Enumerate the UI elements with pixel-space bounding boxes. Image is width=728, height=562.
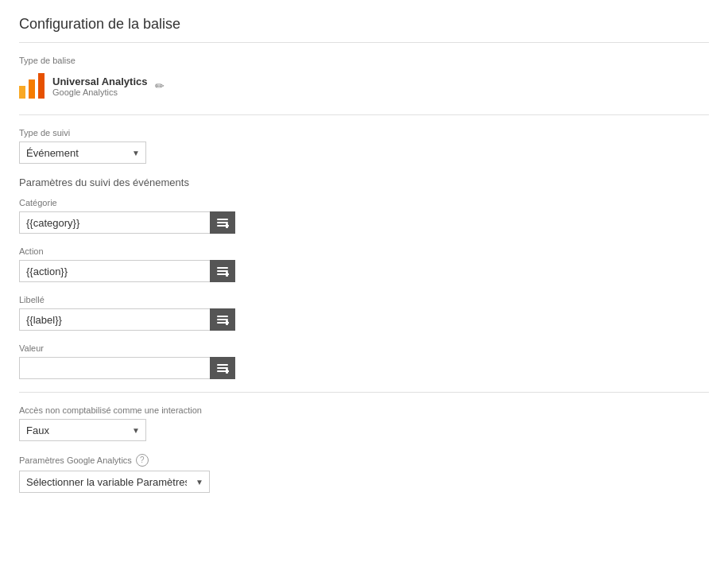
svg-rect-10	[217, 273, 225, 275]
analytics-icon	[19, 73, 45, 99]
page-title: Configuration de la balise	[19, 16, 709, 43]
tracking-type-select[interactable]: Événement Page Vue Transaction Article S…	[19, 141, 146, 164]
divider-1	[19, 114, 709, 115]
svg-rect-7	[224, 225, 229, 227]
category-input-row	[19, 211, 709, 234]
variable-icon-libelle	[216, 313, 229, 326]
valeur-input[interactable]	[19, 357, 210, 379]
svg-rect-1	[29, 79, 35, 99]
action-input[interactable]	[19, 260, 210, 282]
non-interaction-section: Accès non comptabilisé comme une interac…	[19, 405, 709, 441]
svg-rect-14	[217, 319, 228, 320]
tracking-type-select-wrapper: Événement Page Vue Transaction Article S…	[19, 141, 146, 164]
svg-rect-8	[217, 267, 228, 269]
svg-rect-0	[19, 86, 25, 99]
action-label: Action	[19, 246, 709, 256]
variable-icon-action	[216, 265, 229, 277]
category-input[interactable]	[19, 211, 210, 234]
ga-settings-label: Paramètres Google Analytics	[19, 455, 132, 465]
tag-name-title: Universal Analytics	[52, 76, 147, 87]
ga-settings-select-wrapper: Sélectionner la variable Paramètres... N…	[19, 471, 210, 493]
svg-rect-12	[224, 273, 229, 275]
non-interaction-select[interactable]: Faux Vrai	[19, 419, 146, 441]
libelle-input[interactable]	[19, 308, 210, 331]
svg-rect-4	[217, 222, 228, 223]
svg-rect-3	[217, 219, 228, 220]
action-variable-button[interactable]	[210, 260, 235, 282]
action-input-row	[19, 260, 709, 282]
tag-type-row: Universal Analytics Google Analytics ✏	[19, 73, 709, 99]
ga-settings-select[interactable]: Sélectionner la variable Paramètres... N…	[19, 471, 210, 493]
category-variable-button[interactable]	[210, 211, 235, 234]
divider-2	[19, 392, 709, 393]
valeur-section: Valeur	[19, 343, 709, 379]
event-params-section-label: Paramètres du suivi des événements	[19, 176, 709, 188]
svg-rect-9	[217, 270, 228, 272]
edit-icon[interactable]: ✏	[155, 79, 165, 92]
svg-rect-20	[217, 370, 225, 372]
help-icon[interactable]: ?	[136, 454, 149, 467]
svg-rect-17	[224, 322, 229, 324]
action-section: Action	[19, 246, 709, 282]
variable-icon	[216, 216, 229, 229]
ga-settings-label-row: Paramètres Google Analytics ?	[19, 454, 709, 467]
libelle-variable-button[interactable]	[210, 308, 235, 331]
category-label: Catégorie	[19, 198, 709, 207]
libelle-label: Libellé	[19, 295, 709, 304]
valeur-variable-button[interactable]	[210, 357, 235, 379]
svg-rect-22	[224, 370, 229, 372]
variable-icon-valeur	[216, 362, 229, 374]
non-interaction-select-wrapper: Faux Vrai ▼	[19, 419, 146, 441]
category-section: Catégorie	[19, 198, 709, 234]
tracking-type-label: Type de suivi	[19, 128, 709, 138]
page-container: Configuration de la balise Type de balis…	[0, 0, 728, 521]
svg-rect-13	[217, 316, 228, 317]
non-interaction-label: Accès non comptabilisé comme une interac…	[19, 405, 709, 415]
tag-name-subtitle: Google Analytics	[52, 87, 147, 97]
tracking-type-section: Type de suivi Événement Page Vue Transac…	[19, 128, 709, 164]
valeur-input-row	[19, 357, 709, 379]
valeur-label: Valeur	[19, 343, 709, 353]
tag-name-block: Universal Analytics Google Analytics	[52, 76, 147, 97]
ga-settings-section: Paramètres Google Analytics ? Sélectionn…	[19, 454, 709, 493]
svg-rect-5	[217, 225, 225, 227]
svg-rect-2	[38, 73, 45, 99]
svg-rect-18	[217, 364, 228, 366]
svg-rect-15	[217, 322, 225, 324]
libelle-section: Libellé	[19, 295, 709, 331]
svg-rect-19	[217, 367, 228, 369]
tag-type-label: Type de balise	[19, 56, 709, 65]
libelle-input-row	[19, 308, 709, 331]
